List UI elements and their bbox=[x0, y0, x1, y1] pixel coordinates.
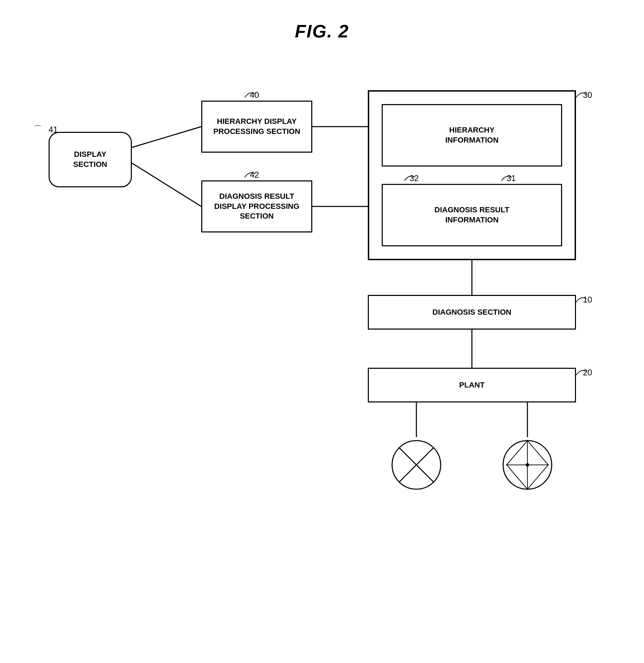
display-section-label: DISPLAY SECTION bbox=[73, 150, 107, 169]
diagnosis-display-block: DIAGNOSIS RESULT DISPLAY PROCESSING SECT… bbox=[201, 180, 312, 232]
svg-line-9 bbox=[399, 448, 433, 482]
svg-point-8 bbox=[392, 441, 441, 489]
ref-20-svg bbox=[574, 366, 588, 377]
display-section-block: DISPLAY SECTION bbox=[49, 132, 132, 187]
ref-30-svg bbox=[574, 89, 588, 99]
hierarchy-display-label: HIERARCHY DISPLAY PROCESSING SECTION bbox=[213, 117, 300, 136]
ref-10-svg bbox=[574, 294, 588, 304]
diagram-container: DISPLAY SECTION 41 ⌒ HIERARCHY DISPLAY P… bbox=[0, 56, 644, 663]
diagnosis-section-block: DIAGNOSIS SECTION bbox=[368, 295, 576, 330]
svg-marker-14 bbox=[507, 465, 527, 489]
ref-32-svg bbox=[402, 172, 416, 182]
diagnosis-display-label: DIAGNOSIS RESULT DISPLAY PROCESSING SECT… bbox=[214, 192, 299, 221]
diagnosis-result-info-block: DIAGNOSIS RESULT INFORMATION bbox=[382, 184, 562, 246]
hierarchy-info-label: HIERARCHY INFORMATION bbox=[445, 125, 499, 145]
ref-42-svg bbox=[243, 169, 257, 179]
ref-40-svg bbox=[243, 89, 257, 99]
page-title: FIG. 2 bbox=[0, 0, 644, 42]
svg-line-1 bbox=[132, 163, 201, 206]
diagnosis-section-label: DIAGNOSIS SECTION bbox=[432, 307, 511, 317]
svg-point-16 bbox=[526, 463, 529, 467]
ref-41-tick: ⌒ bbox=[34, 124, 42, 135]
plant-block: PLANT bbox=[368, 368, 576, 402]
svg-marker-12 bbox=[507, 441, 527, 465]
svg-line-0 bbox=[132, 127, 201, 147]
svg-marker-15 bbox=[527, 465, 548, 489]
svg-marker-13 bbox=[527, 441, 548, 465]
plant-label: PLANT bbox=[459, 380, 484, 390]
svg-line-10 bbox=[399, 448, 433, 482]
svg-point-11 bbox=[503, 441, 552, 489]
hierarchy-display-block: HIERARCHY DISPLAY PROCESSING SECTION bbox=[201, 101, 312, 153]
ref-41: 41 bbox=[49, 125, 58, 135]
diagnosis-result-info-label: DIAGNOSIS RESULT INFORMATION bbox=[434, 205, 509, 225]
ref-31-svg bbox=[500, 172, 514, 182]
hierarchy-info-block: HIERARCHY INFORMATION bbox=[382, 104, 562, 167]
